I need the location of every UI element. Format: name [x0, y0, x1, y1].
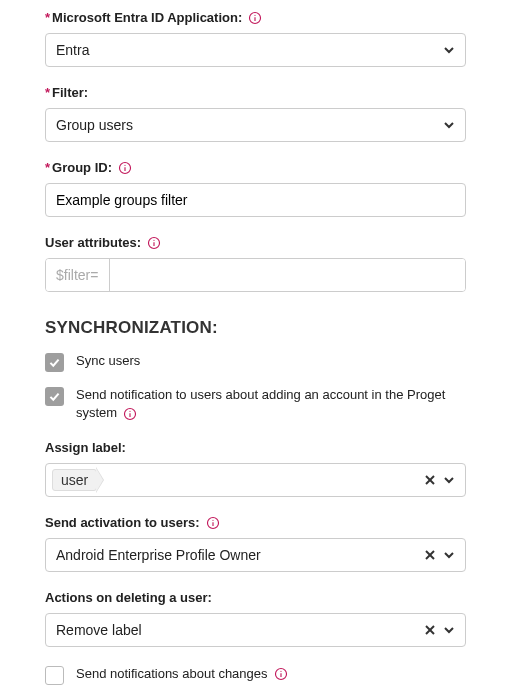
- info-icon[interactable]: [248, 11, 262, 25]
- chevron-down-icon: [441, 117, 457, 133]
- sync-users-label: Sync users: [76, 352, 140, 370]
- send-notification-add-label: Send notification to users about adding …: [76, 386, 466, 422]
- entra-app-label: *Microsoft Entra ID Application:: [45, 10, 466, 25]
- actions-delete-select[interactable]: Remove label: [45, 613, 466, 647]
- entra-app-value: Entra: [56, 42, 89, 58]
- chevron-down-icon: [441, 472, 457, 488]
- svg-point-1: [255, 14, 256, 15]
- user-attributes-field[interactable]: $filter=: [45, 258, 466, 292]
- group-id-input[interactable]: [45, 183, 466, 217]
- clear-icon[interactable]: [423, 623, 437, 637]
- chevron-down-icon: [441, 42, 457, 58]
- svg-point-7: [154, 239, 155, 240]
- actions-delete-label: Actions on deleting a user:: [45, 590, 466, 605]
- filter-prefix: $filter=: [46, 259, 110, 291]
- send-notifications-changes-checkbox[interactable]: [45, 666, 64, 685]
- chevron-down-icon: [441, 622, 457, 638]
- filter-value: Group users: [56, 117, 133, 133]
- group-id-label: *Group ID:: [45, 160, 466, 175]
- clear-icon[interactable]: [423, 548, 437, 562]
- send-activation-select[interactable]: Android Enterprise Profile Owner: [45, 538, 466, 572]
- svg-point-10: [129, 411, 130, 412]
- synchronization-heading: SYNCHRONIZATION:: [45, 318, 466, 338]
- info-icon[interactable]: [123, 407, 137, 421]
- send-activation-label: Send activation to users:: [45, 515, 466, 530]
- assign-label-label: Assign label:: [45, 440, 466, 455]
- send-activation-value: Android Enterprise Profile Owner: [56, 547, 261, 563]
- filter-select[interactable]: Group users: [45, 108, 466, 142]
- sync-users-checkbox[interactable]: [45, 353, 64, 372]
- send-notification-add-checkbox[interactable]: [45, 387, 64, 406]
- entra-app-select[interactable]: Entra: [45, 33, 466, 67]
- assign-label-select[interactable]: user: [45, 463, 466, 497]
- svg-point-4: [124, 164, 125, 165]
- send-notifications-changes-label: Send notifications about changes: [76, 665, 288, 683]
- svg-point-15: [212, 520, 213, 521]
- user-attributes-input[interactable]: [110, 259, 465, 291]
- info-icon[interactable]: [206, 516, 220, 530]
- svg-point-22: [280, 671, 281, 672]
- assign-label-tag[interactable]: user: [52, 469, 97, 491]
- info-icon[interactable]: [147, 236, 161, 250]
- user-attributes-label: User attributes:: [45, 235, 466, 250]
- info-icon[interactable]: [118, 161, 132, 175]
- info-icon[interactable]: [274, 667, 288, 681]
- filter-label: *Filter:: [45, 85, 466, 100]
- actions-delete-value: Remove label: [56, 622, 142, 638]
- chevron-down-icon: [441, 547, 457, 563]
- clear-icon[interactable]: [423, 473, 437, 487]
